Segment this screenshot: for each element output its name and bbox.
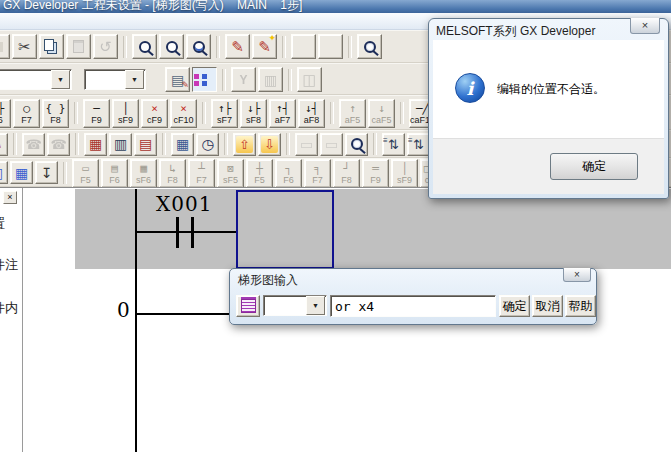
draw-vertical-button[interactable]: │ sF9 xyxy=(391,159,418,188)
plc-read-button[interactable] xyxy=(258,133,281,156)
close-icon[interactable]: × xyxy=(563,268,591,282)
toolbar-separator xyxy=(123,36,127,58)
cancel-button[interactable]: 取消 xyxy=(532,295,563,317)
sort-a-button[interactable] xyxy=(382,133,405,156)
falling-pulse-button[interactable]: ↓├ sF8 xyxy=(240,99,267,128)
instruction-input[interactable] xyxy=(330,295,496,317)
closed-contact-button[interactable]: ┤├ F6 xyxy=(0,99,11,128)
device-test-button[interactable] xyxy=(171,133,194,156)
device-monitor-button[interactable] xyxy=(291,34,316,59)
horizontal-line-button[interactable]: ─ F9 xyxy=(83,99,110,128)
panel-text-fragment: 置 xyxy=(0,215,5,233)
program-check-button[interactable] xyxy=(231,67,256,92)
delete-vertical-line-button[interactable]: × cF10 xyxy=(170,99,197,128)
toolbar-separator xyxy=(224,133,228,155)
copy-button[interactable] xyxy=(39,34,64,59)
draw-corner-3-button[interactable]: ┘ F8 xyxy=(333,159,360,188)
ladder-edit-button[interactable] xyxy=(225,34,250,59)
insert-rung-button[interactable]: ▭ F5 xyxy=(72,159,99,188)
close-icon[interactable]: × xyxy=(630,18,660,34)
mag-mix-icon xyxy=(163,38,180,55)
ok-button[interactable]: 确定 xyxy=(499,295,530,317)
vertical-line-button[interactable]: │ sF9 xyxy=(112,99,139,128)
cut-button[interactable] xyxy=(12,34,37,59)
document-edit-icon xyxy=(169,71,186,88)
project-data-list-panel: × 置 件注 件内 xyxy=(0,188,22,452)
draw-corner-2-button[interactable]: ╕ F7 xyxy=(304,159,331,188)
window-tile-button[interactable] xyxy=(10,161,33,184)
ladder-edit-glyph: ↳ xyxy=(169,162,176,175)
find-string-button[interactable] xyxy=(186,34,211,59)
insert-column-button[interactable]: ↳ F8 xyxy=(159,159,186,188)
ladder-edit-glyph: ═ xyxy=(372,162,379,175)
find-device-button[interactable] xyxy=(159,34,184,59)
comment-edit-button[interactable] xyxy=(0,133,8,156)
tree-expand-button[interactable] xyxy=(35,161,58,184)
ladder-pattern-b-button[interactable] xyxy=(109,133,132,156)
panel-text-fragment: 件内 xyxy=(0,299,18,317)
transfer-setup-button[interactable] xyxy=(297,67,322,92)
application-instruction-button[interactable]: { } F8 xyxy=(42,99,69,128)
info-icon: i xyxy=(455,73,485,103)
close-icon[interactable]: × xyxy=(3,191,17,204)
telephone-line-2-button[interactable] xyxy=(47,133,70,156)
program-combobox[interactable] xyxy=(0,69,72,90)
delete-row-button[interactable]: ▦ sF6 xyxy=(130,159,157,188)
delete-horizontal-line-button[interactable]: × cF9 xyxy=(141,99,168,128)
toolbar-separator xyxy=(162,133,166,155)
device-batch-monitor-button[interactable] xyxy=(318,34,343,59)
ladder-pattern-c-button[interactable] xyxy=(134,133,157,156)
ok-button[interactable]: 确定 xyxy=(550,153,638,180)
find-button[interactable] xyxy=(132,34,157,59)
paste-button[interactable] xyxy=(66,34,91,59)
title-bar[interactable]: GX Developer 工程未设置 - [梯形图(写入) MAIN 1步] xyxy=(0,0,671,13)
window-title: GX Developer 工程未设置 - [梯形图(写入) MAIN 1步] xyxy=(3,0,302,13)
rising-pulse-or-button[interactable]: ↑┤ aF7 xyxy=(269,99,296,128)
insert-row-button[interactable]: ▤ F6 xyxy=(101,159,128,188)
panel-divider[interactable] xyxy=(22,188,24,452)
chevron-down-icon[interactable] xyxy=(125,70,144,89)
project-data-list-button[interactable] xyxy=(192,67,217,92)
ladder-symbol-glyph: × xyxy=(151,102,158,115)
draw-corner-button[interactable]: ┐ F6 xyxy=(275,159,302,188)
delete-block-button[interactable]: ⊠ sF5 xyxy=(217,159,244,188)
toolbar-separator xyxy=(348,36,352,58)
window-b-button[interactable] xyxy=(320,133,343,156)
falling-pulse-or-button[interactable]: ↓┤ aF8 xyxy=(298,99,325,128)
rung-wire xyxy=(136,313,236,315)
data-combobox[interactable] xyxy=(84,69,146,90)
draw-line-button[interactable]: ┼ F5 xyxy=(246,159,273,188)
up-y-icon xyxy=(236,136,253,153)
coil-button[interactable]: ◯ F7 xyxy=(13,99,40,128)
grid-win-icon xyxy=(174,136,191,153)
rising-pulse-button[interactable]: ↑├ sF7 xyxy=(211,99,238,128)
parameter-button[interactable] xyxy=(165,67,190,92)
sort-b-button[interactable] xyxy=(407,133,430,156)
clipped-button[interactable] xyxy=(0,34,10,59)
clock-mag-icon xyxy=(199,136,216,153)
delete-column-button[interactable]: ┴ F7 xyxy=(188,159,215,188)
telephone-line-button[interactable] xyxy=(22,133,45,156)
window-cascade-button[interactable] xyxy=(0,161,8,184)
contact-symbol xyxy=(176,217,179,248)
help-button[interactable]: 帮助 xyxy=(565,295,596,317)
program-list-button[interactable] xyxy=(258,67,283,92)
function-key-label: F5 xyxy=(80,175,91,185)
monitor-edit-button[interactable] xyxy=(252,34,277,59)
draw-double-line-button[interactable]: ═ F9 xyxy=(362,159,389,188)
up-branch-button[interactable]: ↑ aF5 xyxy=(339,99,366,128)
plc-write-button[interactable] xyxy=(233,133,256,156)
monitor-search-button[interactable] xyxy=(345,133,368,156)
chevron-down-icon[interactable] xyxy=(306,296,325,315)
undo-button[interactable] xyxy=(93,34,118,59)
ladder-pattern-a-button[interactable] xyxy=(84,133,107,156)
dialog-title: 梯形图输入 xyxy=(238,272,298,289)
monitor-clock-button[interactable] xyxy=(196,133,219,156)
instruction-help-button[interactable] xyxy=(236,295,260,317)
monitor-start-button[interactable] xyxy=(357,34,382,59)
window-a-button[interactable] xyxy=(295,133,318,156)
ladder-edit-glyph: ╕ xyxy=(314,162,321,175)
symbol-combobox[interactable] xyxy=(263,295,327,316)
chevron-down-icon[interactable] xyxy=(51,70,70,89)
down-branch-button[interactable]: ↓ caF5 xyxy=(368,99,395,128)
